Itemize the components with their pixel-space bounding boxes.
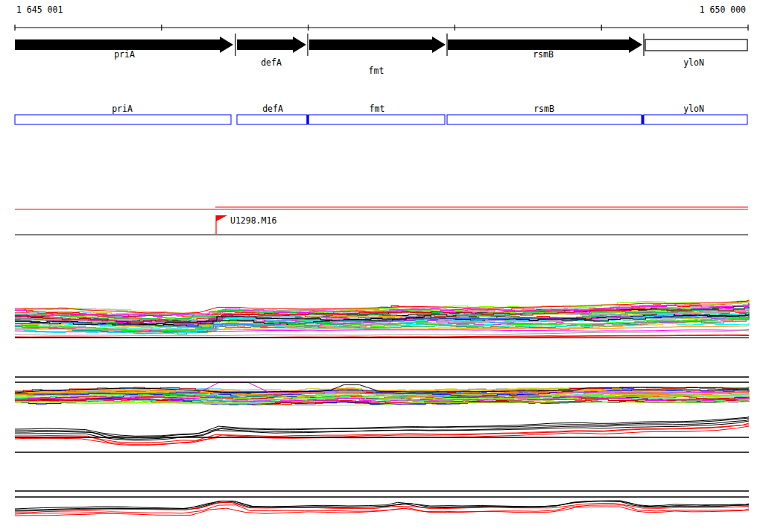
gene-label-rsmB: rsmB [533, 51, 554, 59]
feature-label-priA: priA [112, 105, 133, 113]
feature-box-rsmB[interactable] [447, 115, 642, 124]
gene-arrow-fmt[interactable] [309, 37, 446, 53]
feature-label-rsmB: rsmB [534, 105, 554, 113]
gene-label-yloN: yloN [683, 59, 704, 67]
feature-label-fmt: fmt [370, 105, 385, 113]
feature-box-fmt[interactable] [308, 115, 445, 124]
marker-flag-icon[interactable] [216, 215, 227, 221]
marker-label: U1298.M16 [230, 217, 276, 225]
gene-arrow-defA[interactable] [237, 37, 306, 53]
genome-graphics-canvas [0, 0, 763, 532]
ruler-start-coordinate: 1 645 001 [16, 6, 63, 14]
ruler-end-coordinate: 1 650 000 [700, 6, 746, 14]
gene-label-priA: priA [114, 51, 135, 59]
feature-box-yloN[interactable] [644, 115, 747, 124]
gene-label-fmt: fmt [369, 67, 384, 75]
feature-label-yloN: yloN [683, 105, 704, 113]
feature-label-defA: defA [262, 105, 283, 113]
gene-box-yloN[interactable] [645, 39, 747, 51]
signal-line-black [15, 417, 749, 436]
feature-box-divider [642, 115, 644, 124]
feature-box-divider [307, 115, 309, 124]
feature-box-priA[interactable] [15, 115, 231, 124]
gene-label-defA: defA [261, 59, 282, 67]
genome-browser-view: 1 645 0011 650 000priAdefAfmtrsmByloNpri… [0, 0, 763, 532]
feature-box-defA[interactable] [237, 115, 307, 124]
